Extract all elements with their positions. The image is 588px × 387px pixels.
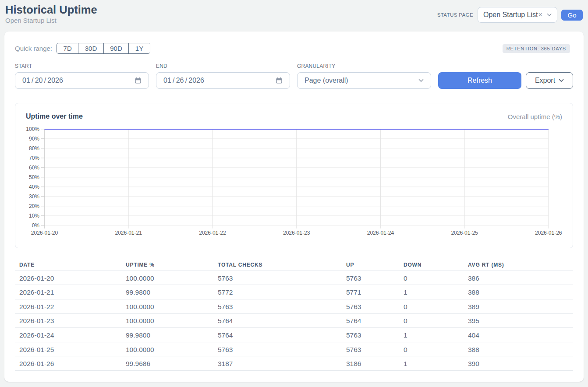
svg-text:2026-01-25: 2026-01-25 [451,230,478,236]
svg-text:40%: 40% [29,184,39,190]
svg-text:100%: 100% [26,126,39,132]
svg-text:50%: 50% [29,174,39,180]
svg-text:70%: 70% [29,155,39,161]
svg-text:2026-01-22: 2026-01-22 [199,230,226,236]
svg-text:2026-01-24: 2026-01-24 [367,230,394,236]
svg-text:60%: 60% [29,165,39,171]
svg-text:30%: 30% [29,194,39,200]
svg-text:2026-01-23: 2026-01-23 [283,230,310,236]
svg-text:2026-01-21: 2026-01-21 [115,230,142,236]
svg-text:0%: 0% [32,222,40,229]
svg-text:10%: 10% [29,213,39,219]
svg-text:2026-01-20: 2026-01-20 [31,230,58,236]
svg-text:90%: 90% [29,136,39,142]
svg-text:2026-01-26: 2026-01-26 [535,230,562,236]
svg-text:80%: 80% [29,145,39,151]
svg-text:20%: 20% [29,203,39,209]
